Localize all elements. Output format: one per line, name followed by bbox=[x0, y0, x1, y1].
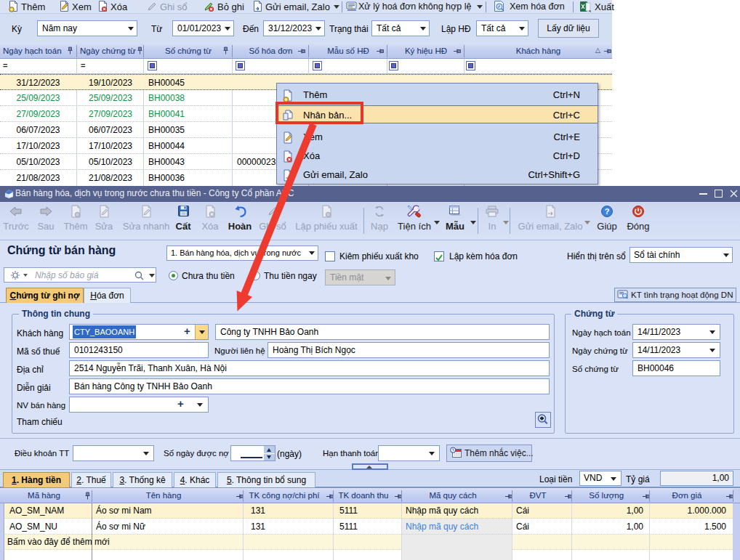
svg-text:?: ? bbox=[605, 207, 610, 216]
